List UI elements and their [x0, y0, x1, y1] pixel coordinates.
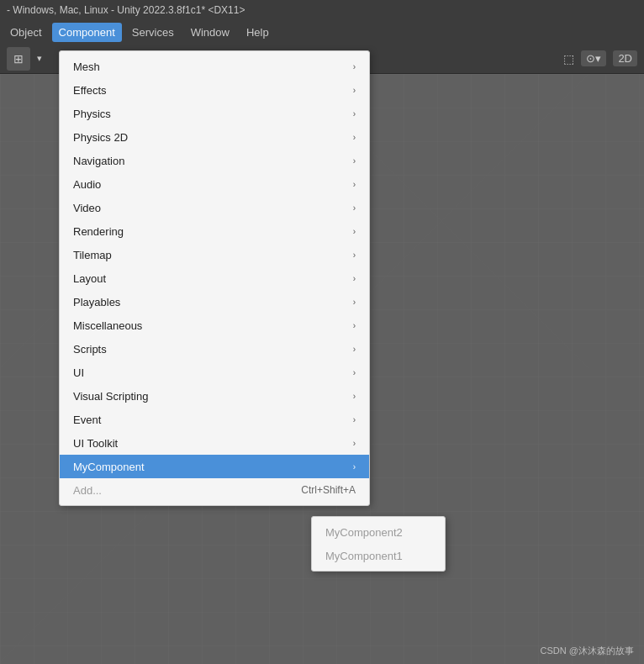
toolbar-right: ⬚ ⊙▾ 2D [563, 50, 637, 66]
dropdown-menu: Mesh › Effects › Physics › Physics 2D › … [59, 50, 370, 506]
chevron-icon: › [353, 321, 356, 330]
chevron-icon: › [353, 368, 356, 377]
2d-label[interactable]: 2D [613, 50, 637, 66]
menu-navigation[interactable]: Navigation › [60, 149, 369, 172]
menu-ui-toolkit[interactable]: UI Toolkit › [60, 431, 369, 455]
chevron-icon: › [353, 298, 356, 307]
menu-item-services[interactable]: Services [125, 23, 181, 42]
title-text: - Windows, Mac, Linux - Unity 2022.3.8f1… [7, 4, 245, 16]
menu-scripts[interactable]: Scripts › [60, 337, 369, 361]
chevron-icon: › [353, 180, 356, 189]
chevron-icon: › [353, 156, 356, 166]
menu-add[interactable]: Add... Ctrl+Shift+A [60, 478, 369, 502]
chevron-icon: › [353, 462, 356, 472]
view-icon[interactable]: ⊙▾ [581, 50, 606, 66]
menu-effects[interactable]: Effects › [60, 78, 369, 102]
chevron-icon: › [353, 133, 356, 142]
toolbar-dropdown-arrow: ▾ [37, 53, 42, 64]
chevron-icon: › [353, 439, 356, 448]
menu-event[interactable]: Event › [60, 408, 369, 431]
submenu-panel: MyComponent2 MyComponent1 [311, 516, 446, 572]
component-dropdown: Mesh › Effects › Physics › Physics 2D › … [59, 50, 370, 506]
chevron-icon: › [353, 203, 356, 213]
menu-audio[interactable]: Audio › [60, 172, 369, 196]
menu-miscellaneous[interactable]: Miscellaneous › [60, 314, 369, 337]
chevron-icon: › [353, 274, 356, 283]
menu-item-window[interactable]: Window [184, 23, 236, 42]
toolbar-transform-icon[interactable]: ⊞ [7, 47, 30, 71]
menu-tilemap[interactable]: Tilemap › [60, 243, 369, 266]
chevron-icon: › [353, 109, 356, 119]
menu-visual-scripting[interactable]: Visual Scripting › [60, 384, 369, 408]
watermark: CSDN @沐沐森的故事 [541, 645, 634, 657]
menu-physics2d[interactable]: Physics 2D › [60, 125, 369, 149]
chevron-icon: › [353, 62, 356, 71]
menu-bar: Object Component Services Window Help [0, 20, 644, 44]
menu-item-component[interactable]: Component [52, 23, 122, 42]
mycomponent-submenu: MyComponent2 MyComponent1 [311, 516, 446, 572]
chevron-icon: › [353, 227, 356, 236]
chevron-icon: › [353, 250, 356, 260]
submenu-mycomponent2[interactable]: MyComponent2 [312, 520, 445, 544]
menu-mycomponent[interactable]: MyComponent › [60, 455, 369, 478]
title-bar: - Windows, Mac, Linux - Unity 2022.3.8f1… [0, 0, 644, 20]
chevron-icon: › [353, 392, 356, 401]
menu-mesh[interactable]: Mesh › [60, 55, 369, 78]
menu-item-object[interactable]: Object [3, 23, 49, 42]
search-icon[interactable]: ⬚ [563, 52, 574, 66]
chevron-icon: › [353, 345, 356, 354]
chevron-icon: › [353, 86, 356, 95]
chevron-icon: › [353, 415, 356, 424]
menu-item-help[interactable]: Help [240, 23, 276, 42]
submenu-mycomponent1[interactable]: MyComponent1 [312, 544, 445, 567]
menu-layout[interactable]: Layout › [60, 266, 369, 290]
menu-video[interactable]: Video › [60, 196, 369, 219]
menu-physics[interactable]: Physics › [60, 102, 369, 125]
toolbar-dropdown[interactable]: ▾ [37, 53, 42, 64]
menu-rendering[interactable]: Rendering › [60, 219, 369, 243]
menu-ui[interactable]: UI › [60, 361, 369, 384]
menu-playables[interactable]: Playables › [60, 290, 369, 314]
